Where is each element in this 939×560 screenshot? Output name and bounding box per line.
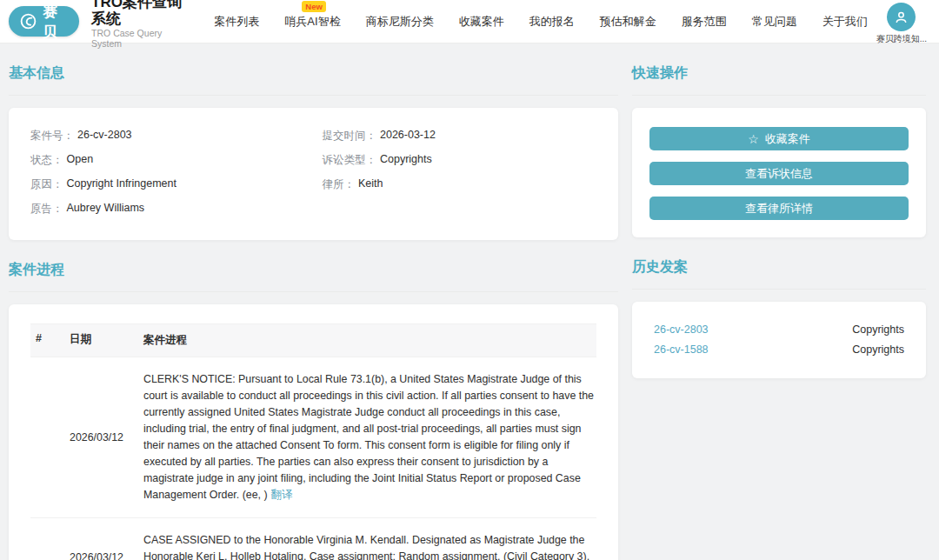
field-label: 诉讼类型： — [323, 153, 377, 168]
column-header-progress: 案件进程 — [143, 332, 596, 349]
field-label: 原因： — [30, 177, 63, 192]
basic-info-heading: 基本信息 — [9, 43, 618, 96]
column-header-index: # — [30, 332, 70, 349]
basic-info-right: 提交时间： 2026-03-12 诉讼类型： Copyrights 律所： Ke… — [323, 129, 597, 226]
app-title-block: TRO案件查询系统 TRO Case Query System — [91, 0, 192, 49]
history-card: 26-cv-2803 Copyrights 26-cv-1588 Copyrig… — [632, 302, 926, 378]
field-status: 状态： Open — [30, 153, 305, 177]
nav-item-ai-check[interactable]: New哨兵AI智检 — [284, 14, 340, 30]
field-case-number: 案件号： 26-cv-2803 — [30, 129, 305, 153]
nav-item-service-scope[interactable]: 服务范围 — [682, 14, 727, 30]
nav-item-favorites[interactable]: 收藏案件 — [459, 14, 504, 30]
field-label: 案件号： — [30, 129, 74, 143]
history-case-type: Copyrights — [852, 343, 904, 356]
view-complaint-label: 查看诉状信息 — [745, 166, 813, 182]
table-row: 2026/03/12 CASE ASSIGNED to the Honorabl… — [30, 518, 596, 560]
field-value: Copyrights — [380, 153, 432, 165]
history-case-link[interactable]: 26-cv-2803 — [654, 323, 709, 336]
list-item: 26-cv-1588 Copyrights — [654, 339, 904, 359]
view-law-firm-button[interactable]: 查看律所详情 — [649, 197, 909, 220]
brand-name: 赛贝 — [43, 2, 65, 42]
nav-item-case-list[interactable]: 案件列表 — [214, 14, 259, 30]
basic-info-left: 案件号： 26-cv-2803 状态： Open 原因： Copyright I… — [30, 129, 305, 226]
field-label: 状态： — [30, 153, 63, 168]
case-progress-heading: 案件进程 — [9, 240, 618, 292]
field-value: Copyright Infringement — [67, 177, 176, 190]
progress-table-header: # 日期 案件进程 — [30, 323, 596, 357]
history-heading: 历史发案 — [632, 237, 926, 290]
star-outline-icon: ☆ — [748, 133, 759, 145]
nav-item-faq[interactable]: 常见问题 — [752, 14, 797, 30]
brand-swirl-icon — [19, 12, 37, 30]
row-date: 2026/03/12 — [70, 431, 143, 443]
view-law-firm-label: 查看律所详情 — [745, 201, 813, 217]
main-nav: 案件列表 New哨兵AI智检 商标尼斯分类 收藏案件 我的报名 预估和解金 服务… — [214, 14, 867, 30]
nav-item-about-us[interactable]: 关于我们 — [822, 14, 868, 30]
favorite-case-button[interactable]: ☆ 收藏案件 — [649, 127, 909, 150]
quick-actions-card: ☆ 收藏案件 查看诉状信息 查看律所详情 — [632, 108, 926, 237]
top-header: 赛贝 TRO案件查询系统 TRO Case Query System 案件列表 … — [0, 0, 939, 43]
nav-item-my-registration[interactable]: 我的报名 — [529, 14, 575, 30]
field-law-firm: 律所： Keith — [323, 177, 597, 202]
field-cause: 原因： Copyright Infringement — [30, 177, 305, 202]
field-label: 原告： — [30, 202, 63, 217]
field-value: 26-cv-2803 — [77, 129, 132, 141]
nav-item-ai-check-label: 哨兵AI智检 — [284, 15, 340, 28]
app-title: TRO案件查询系统 — [91, 0, 192, 28]
main-content: 基本信息 案件号： 26-cv-2803 状态： Open 原因： Copyri… — [0, 43, 939, 560]
nav-item-nice-classification[interactable]: 商标尼斯分类 — [366, 14, 434, 30]
basic-info-card: 案件号： 26-cv-2803 状态： Open 原因： Copyright I… — [9, 108, 618, 240]
column-header-date: 日期 — [70, 332, 143, 349]
field-value: 2026-03-12 — [380, 129, 436, 141]
row-progress-text: CLERK'S NOTICE: Pursuant to Local Rule 7… — [143, 371, 596, 503]
case-progress-card: # 日期 案件进程 2026/03/12 CLERK'S NOTICE: Pur… — [9, 304, 618, 560]
row-progress-text: CASE ASSIGNED to the Honorable Virginia … — [143, 532, 596, 560]
field-label: 律所： — [323, 177, 356, 192]
field-value: Open — [67, 153, 94, 165]
progress-text: CLERK'S NOTICE: Pursuant to Local Rule 7… — [143, 373, 594, 501]
list-item: 26-cv-2803 Copyrights — [654, 319, 904, 339]
history-case-link[interactable]: 26-cv-1588 — [654, 343, 709, 356]
progress-text: CASE ASSIGNED to the Honorable Virginia … — [143, 534, 589, 560]
field-litigation-type: 诉讼类型： Copyrights — [323, 153, 597, 177]
field-plaintiff: 原告： Aubrey Williams — [30, 202, 305, 226]
user-block: 赛贝跨境知... — [876, 3, 927, 45]
quick-actions-heading: 快速操作 — [632, 43, 926, 96]
new-badge: New — [302, 1, 326, 12]
view-complaint-button[interactable]: 查看诉状信息 — [649, 162, 909, 185]
right-column: 快速操作 ☆ 收藏案件 查看诉状信息 查看律所详情 历史发案 26-cv-280… — [632, 43, 926, 560]
table-row: 2026/03/12 CLERK'S NOTICE: Pursuant to L… — [30, 357, 596, 518]
translate-link[interactable]: 翻译 — [271, 489, 293, 501]
field-value: Aubrey Williams — [67, 202, 145, 214]
field-filing-date: 提交时间： 2026-03-12 — [323, 129, 597, 153]
favorite-case-label: 收藏案件 — [765, 131, 810, 147]
brand-logo[interactable]: 赛贝 — [9, 6, 79, 37]
field-value: Keith — [358, 177, 383, 190]
nav-item-settlement-estimate[interactable]: 预估和解金 — [600, 14, 656, 30]
left-column: 基本信息 案件号： 26-cv-2803 状态： Open 原因： Copyri… — [9, 43, 618, 560]
row-date: 2026/03/12 — [70, 551, 143, 560]
history-case-type: Copyrights — [852, 323, 904, 336]
user-avatar[interactable] — [887, 3, 916, 31]
person-icon — [893, 9, 909, 25]
field-label: 提交时间： — [323, 129, 377, 143]
